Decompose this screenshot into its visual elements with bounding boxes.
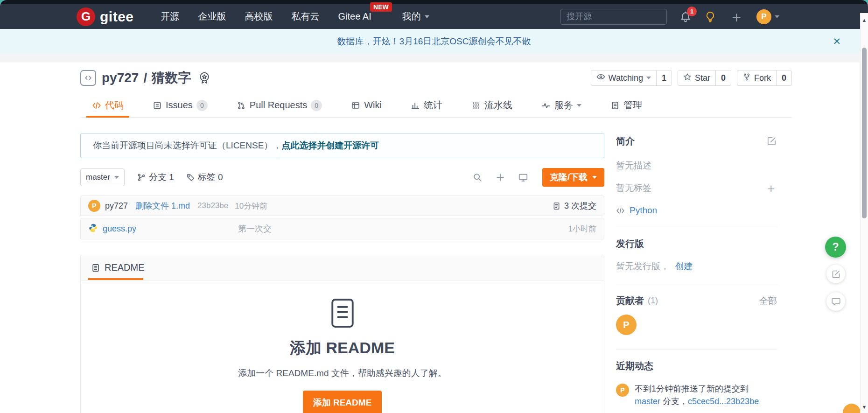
- watch-count[interactable]: 1: [656, 70, 672, 85]
- tab-pipeline[interactable]: 流水线: [471, 93, 512, 117]
- lightbulb-icon[interactable]: [704, 11, 716, 23]
- add-tag-plus-icon[interactable]: ＋: [765, 183, 777, 193]
- readme-tab-label: README: [105, 262, 145, 273]
- fork-icon: [742, 73, 751, 84]
- tab-statistics[interactable]: 统计: [411, 93, 442, 117]
- activity-text-part: 分支，: [663, 397, 688, 406]
- file-name-link[interactable]: guess.py: [103, 224, 238, 234]
- view-all-link[interactable]: 全部: [759, 295, 777, 307]
- scroll-down-arrow[interactable]: ▼: [861, 404, 868, 410]
- tab-issues[interactable]: Issues 0: [153, 93, 208, 117]
- search-input[interactable]: [560, 9, 667, 25]
- branch-selector[interactable]: master: [80, 168, 125, 186]
- committer-avatar[interactable]: P: [88, 200, 100, 212]
- chevron-down-icon: [592, 176, 597, 179]
- readme-empty-description: 添加一个 README.md 文件，帮助感兴趣的人了解。: [238, 367, 447, 379]
- gitee-logo[interactable]: G gitee: [77, 7, 134, 26]
- activity-branch-link[interactable]: master: [635, 397, 660, 406]
- chevron-down-icon: [577, 104, 581, 107]
- fork-label: Fork: [754, 73, 771, 83]
- feedback-edit-icon: [831, 269, 841, 279]
- file-row[interactable]: guess.py 第一次交 1小时前: [80, 218, 604, 239]
- scrollbar-thumb[interactable]: [862, 48, 867, 218]
- banner-link[interactable]: 数据库，开炫！3月16日北京OSC源创会不见不散: [337, 35, 531, 48]
- help-button[interactable]: ?: [825, 237, 846, 258]
- readme-tab[interactable]: README: [91, 262, 145, 273]
- repo-name-link[interactable]: 猜数字: [152, 69, 191, 87]
- commit-time: 10分钟前: [235, 201, 267, 211]
- nav-item-enterprise[interactable]: 企业版: [198, 10, 226, 23]
- repo-owner-link[interactable]: py727: [102, 70, 139, 85]
- language-code-icon: [616, 206, 625, 215]
- commit-message-link[interactable]: 删除文件 1.md: [135, 200, 190, 211]
- current-branch-label: master: [86, 173, 110, 182]
- file-commit-message[interactable]: 第一次交: [238, 223, 568, 234]
- tab-services[interactable]: 服务: [541, 93, 581, 117]
- gitee-repo-page: G gitee 开源 企业版 高校版 私有云 Gitee AI NEW 我的: [0, 0, 868, 413]
- activity-commit-link[interactable]: c5cec5d...23b23be: [688, 397, 759, 406]
- commit-hash[interactable]: 23b23be: [197, 201, 228, 210]
- no-tags-text: 暂无标签: [616, 182, 651, 194]
- gitee-logo-text: gitee: [100, 9, 134, 25]
- edit-icon[interactable]: [766, 136, 777, 147]
- web-ide-icon[interactable]: [518, 172, 528, 182]
- code-icon: [92, 101, 101, 110]
- tab-pull-requests[interactable]: Pull Requests 0: [237, 93, 322, 117]
- star-icon: [683, 73, 692, 84]
- tab-wiki[interactable]: Wiki: [351, 93, 382, 117]
- tab-label: 服务: [554, 99, 573, 112]
- clone-download-button[interactable]: 克隆/下载: [542, 168, 604, 187]
- page-background-strip: [0, 54, 868, 63]
- tags-link[interactable]: 标签 0: [186, 171, 223, 183]
- vertical-scrollbar[interactable]: ▲ ▼: [860, 13, 868, 413]
- top-navbar: G gitee 开源 企业版 高校版 私有云 Gitee AI NEW 我的: [0, 4, 868, 29]
- pipeline-icon: [471, 101, 481, 110]
- committer-name[interactable]: py727: [105, 201, 128, 211]
- nav-item-mine[interactable]: 我的: [402, 10, 429, 23]
- chevron-down-icon: [775, 15, 779, 18]
- main-area: 你当前开源项目尚未选择许可证（LICENSE）， 点此选择并创建开源许可 mas…: [80, 118, 792, 413]
- tag-icon: [186, 173, 195, 182]
- comment-button[interactable]: [826, 292, 845, 311]
- plus-icon[interactable]: [495, 172, 505, 182]
- tab-label: Issues: [166, 100, 193, 111]
- fork-count[interactable]: 0: [776, 70, 791, 85]
- fork-button[interactable]: Fork 0: [737, 70, 792, 86]
- user-avatar-menu[interactable]: P: [756, 9, 779, 24]
- tab-label: Wiki: [364, 100, 382, 111]
- tab-code[interactable]: 代码: [92, 93, 124, 117]
- nav-item-label: 我的: [402, 10, 421, 23]
- branches-link[interactable]: 分支 1: [137, 171, 174, 183]
- nav-item-opensource[interactable]: 开源: [161, 10, 180, 23]
- notification-bell-icon[interactable]: 1: [679, 11, 692, 23]
- commits-count-label: 3 次提交: [564, 200, 596, 211]
- eye-icon: [596, 72, 605, 84]
- medal-icon[interactable]: [197, 71, 211, 85]
- search-icon[interactable]: [472, 172, 483, 182]
- nav-item-label: Gitee AI: [338, 11, 371, 22]
- star-button[interactable]: Star 0: [678, 70, 731, 86]
- window-top-edge: [0, 0, 868, 4]
- create-license-link[interactable]: 点此选择并创建开源许可: [281, 140, 379, 152]
- commits-count-link[interactable]: 3 次提交: [552, 200, 596, 211]
- watch-button[interactable]: Watching 1: [591, 70, 672, 86]
- tab-manage[interactable]: 管理: [610, 93, 642, 117]
- feedback-button[interactable]: [826, 265, 845, 283]
- contributors-title: 贡献者 (1): [616, 294, 658, 307]
- scroll-up-arrow[interactable]: ▲: [861, 17, 868, 23]
- star-count[interactable]: 0: [715, 70, 731, 85]
- commit-list-icon: [552, 202, 561, 210]
- language-link[interactable]: Python: [630, 205, 657, 216]
- license-notice-text: 你当前开源项目尚未选择许可证（LICENSE），: [93, 140, 281, 152]
- create-release-link[interactable]: 创建: [675, 261, 693, 271]
- activity-avatar[interactable]: P: [616, 384, 629, 397]
- create-plus-icon[interactable]: ＋: [729, 11, 744, 23]
- close-icon[interactable]: ✕: [833, 36, 841, 47]
- nav-item-gitee-ai[interactable]: Gitee AI NEW: [338, 11, 371, 22]
- add-readme-button[interactable]: 添加 README: [303, 391, 382, 413]
- contributor-avatar[interactable]: P: [616, 315, 637, 335]
- content-shell: py727 / 猜数字 Watching: [80, 63, 792, 413]
- nav-item-private-cloud[interactable]: 私有云: [292, 10, 320, 23]
- customer-service-widget[interactable]: [843, 404, 861, 413]
- nav-item-education[interactable]: 高校版: [245, 10, 273, 23]
